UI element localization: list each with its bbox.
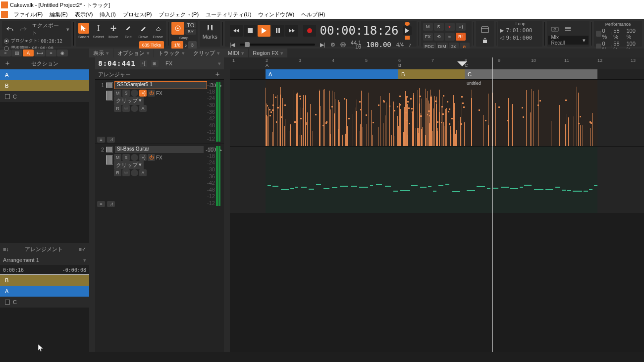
arranger-seg-b[interactable]: B bbox=[398, 69, 465, 79]
global-arm[interactable]: ● bbox=[445, 23, 455, 31]
mode-indicator[interactable] bbox=[405, 22, 410, 26]
export-label[interactable]: エクスポート bbox=[31, 22, 64, 37]
menu-edit[interactable]: 編集(E) bbox=[47, 11, 71, 18]
menu-insert[interactable]: 挿入(I) bbox=[97, 11, 118, 18]
echo-button[interactable]: ·») bbox=[139, 90, 147, 97]
menu-project[interactable]: プロジェクト(P) bbox=[156, 11, 202, 18]
read-button[interactable]: R bbox=[114, 105, 121, 112]
bus-view-button[interactable]: ⟷ bbox=[34, 50, 45, 56]
write-button[interactable]: W bbox=[122, 105, 130, 112]
snap-to[interactable]: TO bbox=[185, 22, 196, 28]
global-automation[interactable]: ≈ bbox=[445, 33, 455, 41]
arm-button[interactable] bbox=[131, 154, 138, 161]
loop-button[interactable]: ◉ bbox=[57, 50, 68, 56]
menu-utility[interactable]: ユーティリティ(U) bbox=[203, 11, 254, 18]
splitter-1[interactable] bbox=[89, 57, 95, 352]
arranger-seg-c[interactable]: C bbox=[465, 69, 597, 79]
pause-button[interactable] bbox=[271, 25, 284, 37]
track-view-button[interactable]: ▤ bbox=[11, 50, 22, 56]
track-name[interactable]: SI-Bass Guitar bbox=[115, 146, 204, 153]
track-name[interactable]: SSDSampler5 1 bbox=[115, 82, 207, 89]
global-mute[interactable]: M bbox=[423, 23, 433, 31]
archive-button[interactable]: A bbox=[139, 169, 147, 176]
track-fx[interactable]: FX bbox=[156, 155, 162, 160]
add-section-button[interactable]: ＋ bbox=[4, 59, 11, 68]
play-button[interactable] bbox=[258, 25, 270, 37]
seek-start-icon[interactable]: |◀ bbox=[230, 42, 235, 48]
fx-chain[interactable]: FX bbox=[165, 60, 172, 66]
loop-end-icon[interactable]: ◁ bbox=[500, 35, 504, 41]
time-display[interactable]: 00:00:18:26 bbox=[317, 24, 402, 38]
redo-button[interactable] bbox=[17, 23, 29, 35]
add-arranger-button[interactable]: ＋ bbox=[214, 70, 221, 79]
midi-clip[interactable] bbox=[266, 80, 398, 146]
undo-button[interactable] bbox=[4, 23, 15, 35]
radio-selection[interactable] bbox=[4, 46, 9, 51]
tempo-display[interactable]: 100.00 bbox=[366, 41, 391, 49]
mix-recall-dropdown[interactable]: ▾ bbox=[583, 37, 586, 44]
subbtn-clip[interactable]: クリップ ▾ bbox=[189, 49, 224, 57]
track-fx[interactable]: FX bbox=[156, 91, 162, 96]
tool-move[interactable]: Move bbox=[107, 22, 120, 39]
clip-lane-2[interactable] bbox=[230, 146, 644, 213]
forward-button[interactable] bbox=[285, 25, 298, 37]
marks-icon[interactable] bbox=[204, 22, 216, 34]
list-button[interactable]: ≡ bbox=[46, 50, 56, 56]
arr-check-icon[interactable]: ≡✓ bbox=[79, 246, 86, 253]
arranger-lane[interactable]: A B C bbox=[230, 69, 644, 79]
section-b[interactable]: B bbox=[0, 80, 89, 91]
piano-icon[interactable] bbox=[106, 91, 113, 101]
midi-clip[interactable] bbox=[465, 147, 597, 213]
now-in-button[interactable]: +[ bbox=[140, 60, 147, 67]
snap-by[interactable]: BY bbox=[185, 29, 196, 35]
metronome-icon[interactable]: Ⓜ bbox=[340, 41, 346, 49]
arm-button[interactable] bbox=[131, 90, 138, 97]
global-solo[interactable]: S bbox=[434, 23, 444, 31]
midi-clip[interactable] bbox=[266, 147, 398, 213]
mix-recall-label[interactable]: Mix Recall bbox=[551, 35, 572, 46]
midi-clip[interactable]: untitled bbox=[465, 80, 597, 146]
subbtn-regionfx[interactable]: Region FX ▾ bbox=[249, 49, 287, 57]
arr-sort-icon[interactable]: ≡↓ bbox=[3, 246, 9, 252]
take-lane-icon[interactable]: ⩘ bbox=[107, 201, 115, 207]
take-lane-icon[interactable]: ⩘ bbox=[107, 137, 115, 143]
loop-start[interactable]: 7:01:000 bbox=[506, 27, 532, 34]
arrangement-select[interactable]: Arrangement 1▾ bbox=[0, 255, 89, 265]
reset-indicator[interactable]: R! bbox=[456, 33, 466, 41]
auto-lane-icon[interactable]: ≡ bbox=[97, 201, 105, 207]
menu-window[interactable]: ウィンドウ(W) bbox=[255, 11, 297, 18]
global-fx[interactable]: FX bbox=[423, 33, 433, 41]
subbtn-track[interactable]: トラック ▾ bbox=[154, 49, 189, 57]
rewind-button[interactable] bbox=[230, 25, 243, 37]
loop-end[interactable]: 9:01:000 bbox=[506, 35, 532, 41]
playhead[interactable] bbox=[492, 57, 493, 352]
seek-slider[interactable] bbox=[240, 44, 315, 46]
loop-start-icon[interactable]: ▶ bbox=[500, 27, 504, 34]
track-1[interactable]: 1 SSDSampler5 1 -3.6 ▸ M S ·») ⏻ FX クリップ… bbox=[95, 79, 224, 144]
menu-help[interactable]: ヘルプ(H) bbox=[298, 11, 328, 18]
global-echo[interactable]: ·») bbox=[456, 23, 466, 31]
mute-button[interactable]: M bbox=[114, 154, 121, 161]
offset-button[interactable] bbox=[131, 105, 138, 112]
menu-file[interactable]: ファイル(F) bbox=[11, 11, 46, 18]
solo-button[interactable]: S bbox=[122, 154, 130, 161]
snap-division[interactable]: 1/8 bbox=[171, 41, 184, 49]
tool-draw[interactable]: Draw bbox=[136, 22, 150, 39]
offset-button[interactable] bbox=[131, 169, 138, 176]
midi-clip[interactable] bbox=[398, 147, 465, 213]
section-c[interactable]: C bbox=[0, 91, 89, 102]
record-button[interactable] bbox=[303, 25, 316, 37]
snap-toggle[interactable] bbox=[171, 22, 184, 35]
key-icon[interactable]: ♪ bbox=[409, 42, 412, 48]
menu-process[interactable]: プロセス(P) bbox=[120, 11, 155, 18]
radio-project[interactable] bbox=[4, 39, 9, 44]
now-time[interactable]: 8:04:441 bbox=[98, 59, 136, 67]
screenset-button[interactable] bbox=[478, 23, 492, 37]
splitter-2[interactable] bbox=[224, 57, 230, 352]
clip-dropdown[interactable]: クリップ▾ bbox=[114, 97, 144, 105]
auto-lane-icon[interactable]: ≡ bbox=[97, 137, 105, 143]
tool-select[interactable]: ISelect bbox=[92, 22, 106, 39]
menu-view[interactable]: 表示(V) bbox=[72, 11, 96, 18]
tool-erase[interactable]: Erase bbox=[151, 22, 165, 39]
stop-button[interactable] bbox=[244, 25, 257, 37]
